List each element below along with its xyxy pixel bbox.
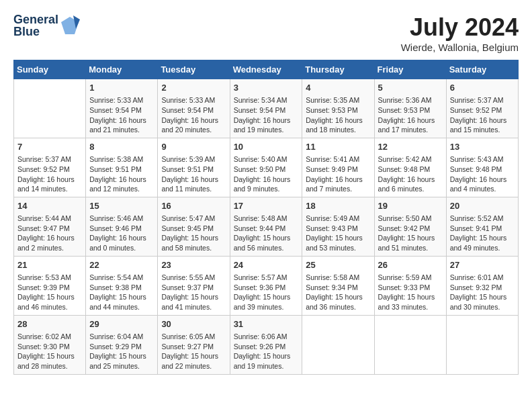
day-number: 27: [450, 259, 515, 271]
day-number: 31: [234, 318, 299, 330]
calendar-cell: [302, 315, 374, 374]
calendar-week-4: 21Sunrise: 5:53 AMSunset: 9:39 PMDayligh…: [14, 256, 519, 315]
calendar-cell: 22Sunrise: 5:54 AMSunset: 9:38 PMDayligh…: [86, 256, 158, 315]
calendar-cell: 16Sunrise: 5:47 AMSunset: 9:45 PMDayligh…: [158, 197, 230, 256]
calendar-cell: 8Sunrise: 5:38 AMSunset: 9:51 PMDaylight…: [86, 138, 158, 197]
title-area: July 2024 Wierde, Wallonia, Belgium: [401, 13, 519, 53]
day-number: 7: [17, 141, 82, 153]
day-header-tuesday: Tuesday: [158, 60, 230, 79]
calendar-cell: 10Sunrise: 5:40 AMSunset: 9:50 PMDayligh…: [230, 138, 302, 197]
calendar-week-3: 14Sunrise: 5:44 AMSunset: 9:47 PMDayligh…: [14, 197, 519, 256]
calendar-cell: 13Sunrise: 5:43 AMSunset: 9:48 PMDayligh…: [446, 138, 518, 197]
location-subtitle: Wierde, Wallonia, Belgium: [401, 42, 519, 53]
day-header-saturday: Saturday: [446, 60, 518, 79]
calendar-cell: 27Sunrise: 6:01 AMSunset: 9:32 PMDayligh…: [446, 256, 518, 315]
calendar-cell: 2Sunrise: 5:33 AMSunset: 9:54 PMDaylight…: [158, 79, 230, 138]
calendar-cell: 26Sunrise: 5:59 AMSunset: 9:33 PMDayligh…: [374, 256, 446, 315]
calendar-cell: 24Sunrise: 5:57 AMSunset: 9:36 PMDayligh…: [230, 256, 302, 315]
calendar-cell: 12Sunrise: 5:42 AMSunset: 9:48 PMDayligh…: [374, 138, 446, 197]
calendar-cell: 6Sunrise: 5:37 AMSunset: 9:52 PMDaylight…: [446, 79, 518, 138]
day-number: 19: [378, 200, 443, 212]
calendar-cell: [14, 79, 86, 138]
day-number: 22: [89, 259, 154, 271]
day-header-monday: Monday: [86, 60, 158, 79]
day-number: 11: [306, 141, 370, 153]
day-number: 10: [234, 141, 299, 153]
day-number: 25: [306, 259, 370, 271]
calendar-cell: 15Sunrise: 5:46 AMSunset: 9:46 PMDayligh…: [86, 197, 158, 256]
calendar-cell: 11Sunrise: 5:41 AMSunset: 9:49 PMDayligh…: [302, 138, 374, 197]
day-number: 18: [306, 200, 370, 212]
day-number: 2: [161, 82, 226, 94]
calendar-week-1: 1Sunrise: 5:33 AMSunset: 9:54 PMDaylight…: [14, 79, 519, 138]
calendar-cell: 9Sunrise: 5:39 AMSunset: 9:51 PMDaylight…: [158, 138, 230, 197]
calendar-cell: 17Sunrise: 5:48 AMSunset: 9:44 PMDayligh…: [230, 197, 302, 256]
logo: General Blue: [13, 13, 80, 38]
day-number: 9: [161, 141, 226, 153]
day-number: 30: [161, 318, 226, 330]
month-year-title: July 2024: [401, 13, 519, 42]
calendar-cell: 4Sunrise: 5:35 AMSunset: 9:53 PMDaylight…: [302, 79, 374, 138]
day-number: 16: [161, 200, 226, 212]
day-number: 17: [234, 200, 299, 212]
calendar-table: SundayMondayTuesdayWednesdayThursdayFrid…: [13, 60, 519, 375]
calendar-header-row: SundayMondayTuesdayWednesdayThursdayFrid…: [14, 60, 519, 79]
calendar-week-5: 28Sunrise: 6:02 AMSunset: 9:30 PMDayligh…: [14, 315, 519, 374]
day-number: 20: [450, 200, 515, 212]
calendar-body: 1Sunrise: 5:33 AMSunset: 9:54 PMDaylight…: [14, 79, 519, 375]
day-number: 14: [17, 200, 82, 212]
day-number: 12: [378, 141, 443, 153]
day-number: 15: [89, 200, 154, 212]
logo-text: General Blue: [13, 13, 58, 38]
day-number: 23: [161, 259, 226, 271]
calendar-cell: 28Sunrise: 6:02 AMSunset: 9:30 PMDayligh…: [14, 315, 86, 374]
logo-flag-icon: [60, 15, 80, 36]
day-number: 21: [17, 259, 82, 271]
calendar-cell: 19Sunrise: 5:50 AMSunset: 9:42 PMDayligh…: [374, 197, 446, 256]
calendar-cell: 23Sunrise: 5:55 AMSunset: 9:37 PMDayligh…: [158, 256, 230, 315]
day-header-sunday: Sunday: [14, 60, 86, 79]
calendar-cell: 20Sunrise: 5:52 AMSunset: 9:41 PMDayligh…: [446, 197, 518, 256]
day-number: 8: [89, 141, 154, 153]
calendar-cell: 1Sunrise: 5:33 AMSunset: 9:54 PMDaylight…: [86, 79, 158, 138]
day-number: 3: [234, 82, 299, 94]
calendar-cell: 30Sunrise: 6:05 AMSunset: 9:27 PMDayligh…: [158, 315, 230, 374]
day-number: 26: [378, 259, 443, 271]
day-number: 28: [17, 318, 82, 330]
day-header-friday: Friday: [374, 60, 446, 79]
calendar-cell: 25Sunrise: 5:58 AMSunset: 9:34 PMDayligh…: [302, 256, 374, 315]
day-number: 5: [378, 82, 443, 94]
calendar-cell: 21Sunrise: 5:53 AMSunset: 9:39 PMDayligh…: [14, 256, 86, 315]
day-header-wednesday: Wednesday: [230, 60, 302, 79]
day-number: 6: [450, 82, 515, 94]
calendar-cell: 7Sunrise: 5:37 AMSunset: 9:52 PMDaylight…: [14, 138, 86, 197]
calendar-cell: 3Sunrise: 5:34 AMSunset: 9:54 PMDaylight…: [230, 79, 302, 138]
day-number: 24: [234, 259, 299, 271]
page-header: General Blue July 2024 Wierde, Wallonia,…: [13, 13, 519, 53]
calendar-cell: 29Sunrise: 6:04 AMSunset: 9:29 PMDayligh…: [86, 315, 158, 374]
calendar-cell: 31Sunrise: 6:06 AMSunset: 9:26 PMDayligh…: [230, 315, 302, 374]
calendar-week-2: 7Sunrise: 5:37 AMSunset: 9:52 PMDaylight…: [14, 138, 519, 197]
day-number: 29: [89, 318, 154, 330]
calendar-cell: 18Sunrise: 5:49 AMSunset: 9:43 PMDayligh…: [302, 197, 374, 256]
calendar-cell: 14Sunrise: 5:44 AMSunset: 9:47 PMDayligh…: [14, 197, 86, 256]
calendar-cell: [446, 315, 518, 374]
day-number: 13: [450, 141, 515, 153]
day-number: 4: [306, 82, 370, 94]
calendar-cell: [374, 315, 446, 374]
calendar-cell: 5Sunrise: 5:36 AMSunset: 9:53 PMDaylight…: [374, 79, 446, 138]
day-header-thursday: Thursday: [302, 60, 374, 79]
day-number: 1: [89, 82, 154, 94]
